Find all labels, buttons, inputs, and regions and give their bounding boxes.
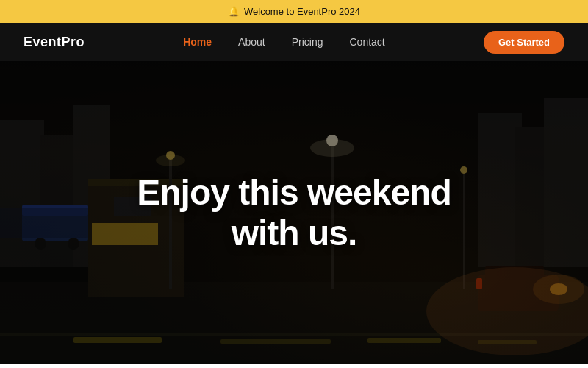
announcement-bar: 🔔 Welcome to EventPro 2024	[0, 0, 588, 23]
nav-item-about[interactable]: About	[238, 35, 265, 49]
hero-heading: Enjoy this weekend with us.	[137, 172, 451, 253]
hero-content: Enjoy this weekend with us.	[137, 172, 451, 253]
announcement-text: Welcome to EventPro 2024	[244, 6, 360, 17]
logo: EventPro	[24, 35, 85, 50]
get-started-button[interactable]: Get Started	[484, 31, 564, 54]
nav-item-home[interactable]: Home	[183, 35, 212, 49]
bell-icon: 🔔	[228, 6, 240, 17]
nav-item-contact[interactable]: Contact	[350, 35, 385, 49]
nav-link-about[interactable]: About	[238, 36, 265, 48]
hero-heading-line1: Enjoy this weekend	[137, 173, 451, 212]
nav-link-home[interactable]: Home	[183, 36, 212, 48]
hero-section: Enjoy this weekend with us.	[0, 61, 588, 364]
hero-heading-line2: with us.	[232, 213, 357, 252]
nav-link-pricing[interactable]: Pricing	[292, 36, 323, 48]
navbar: EventPro Home About Pricing Contact Get …	[0, 23, 588, 61]
nav-links: Home About Pricing Contact	[183, 35, 385, 49]
nav-item-pricing[interactable]: Pricing	[292, 35, 323, 49]
nav-link-contact[interactable]: Contact	[350, 36, 385, 48]
